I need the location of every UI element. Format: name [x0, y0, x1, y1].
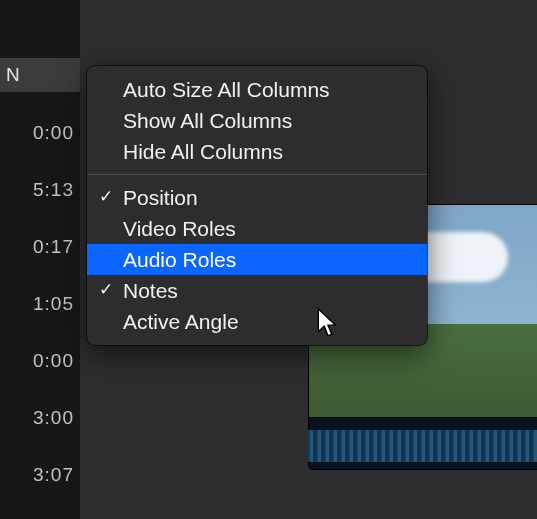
- menu-item-show-all-columns[interactable]: Show All Columns: [87, 105, 427, 136]
- time-value: 0:00: [33, 350, 74, 372]
- audio-waveform: [308, 430, 537, 462]
- time-cell: 0:00: [0, 332, 80, 389]
- menu-item-label: Video Roles: [123, 217, 236, 241]
- menu-item-notes[interactable]: ✓ Notes: [87, 275, 427, 306]
- time-cell: 5:13: [0, 161, 80, 218]
- menu-item-label: Audio Roles: [123, 248, 236, 272]
- menu-item-label: Notes: [123, 279, 178, 303]
- time-value: 1:05: [33, 293, 74, 315]
- menu-item-label: Active Angle: [123, 310, 239, 334]
- menu-item-auto-size-all-columns[interactable]: Auto Size All Columns: [87, 74, 427, 105]
- column-header-fragment[interactable]: N: [0, 58, 80, 92]
- menu-separator: [87, 174, 427, 175]
- menu-item-label: Position: [123, 186, 198, 210]
- time-list: 0:00 5:13 0:17 1:05 0:00 3:00 3:07: [0, 104, 80, 503]
- time-value: 0:17: [33, 236, 74, 258]
- menu-item-audio-roles[interactable]: Audio Roles: [87, 244, 427, 275]
- time-column: N 0:00 5:13 0:17 1:05 0:00 3:00 3:07: [0, 0, 80, 519]
- time-value: 5:13: [33, 179, 74, 201]
- checkmark-icon: ✓: [99, 279, 113, 300]
- time-value: 3:07: [33, 464, 74, 486]
- menu-item-label: Show All Columns: [123, 109, 292, 133]
- time-cell: 3:07: [0, 446, 80, 503]
- column-context-menu[interactable]: Auto Size All Columns Show All Columns H…: [87, 66, 427, 345]
- column-header-text: N: [6, 64, 21, 86]
- time-value: 3:00: [33, 407, 74, 429]
- time-cell: 0:00: [0, 104, 80, 161]
- menu-item-label: Hide All Columns: [123, 140, 283, 164]
- time-cell: 1:05: [0, 275, 80, 332]
- checkmark-icon: ✓: [99, 186, 113, 207]
- menu-item-active-angle[interactable]: Active Angle: [87, 306, 427, 337]
- menu-item-hide-all-columns[interactable]: Hide All Columns: [87, 136, 427, 167]
- menu-item-label: Auto Size All Columns: [123, 78, 330, 102]
- time-cell: 3:00: [0, 389, 80, 446]
- time-value: 0:00: [33, 122, 74, 144]
- menu-item-video-roles[interactable]: Video Roles: [87, 213, 427, 244]
- menu-item-position[interactable]: ✓ Position: [87, 182, 427, 213]
- time-cell: 0:17: [0, 218, 80, 275]
